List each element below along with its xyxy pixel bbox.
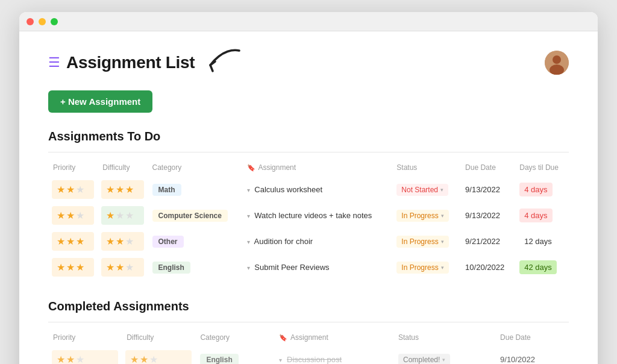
new-assignment-button[interactable]: + New Assignment bbox=[48, 90, 152, 113]
status-cell[interactable]: In Progress ▾ bbox=[392, 254, 460, 280]
star: ★ bbox=[116, 262, 124, 273]
assignment-cell[interactable]: ▾ Watch lecture videos + take notes bbox=[242, 202, 392, 228]
todo-table-header: Priority Difficulty Category 🔖 Assignmen… bbox=[48, 161, 569, 177]
status-badge[interactable]: Completed! ▾ bbox=[398, 354, 450, 365]
completed-table: Priority Difficulty Category 🔖 Assignmen… bbox=[48, 331, 569, 364]
col-priority: Priority bbox=[48, 161, 98, 177]
star: ★ bbox=[106, 262, 114, 273]
status-chevron: ▾ bbox=[442, 357, 445, 363]
status-cell[interactable]: In Progress ▾ bbox=[392, 202, 460, 228]
chevron-icon: ▾ bbox=[247, 187, 250, 193]
todo-section-title: Assignments To Do bbox=[48, 130, 569, 143]
table-row: ★★★ ★★★ Math ▾ Calculus worksheet Not St… bbox=[48, 177, 569, 202]
category-cell: English bbox=[195, 347, 274, 364]
days-value: 4 days bbox=[519, 183, 552, 196]
minimize-dot[interactable] bbox=[39, 18, 46, 25]
col-priority: Priority bbox=[48, 331, 122, 347]
assignment-name: Watch lecture videos + take notes bbox=[254, 211, 372, 220]
status-badge[interactable]: In Progress ▾ bbox=[396, 262, 448, 274]
todo-table: Priority Difficulty Category 🔖 Assignmen… bbox=[48, 161, 569, 280]
star: ★ bbox=[130, 354, 139, 364]
star: ★ bbox=[66, 210, 75, 221]
star: ★ bbox=[76, 210, 84, 221]
category-cell: Other bbox=[148, 228, 242, 254]
days-til-due-cell: 4 days bbox=[515, 177, 569, 202]
status-badge[interactable]: In Progress ▾ bbox=[396, 210, 448, 222]
due-date-cell: 9/13/2022 bbox=[460, 202, 515, 228]
assignment-cell[interactable]: ▾ Calculus worksheet bbox=[242, 177, 392, 202]
difficulty-stars: ★★★ bbox=[106, 210, 139, 221]
completed-section-title: Completed Assignments bbox=[48, 300, 569, 313]
list-icon: ☰ bbox=[48, 55, 60, 71]
assignment-name: Audition for choir bbox=[254, 237, 313, 246]
difficulty-stars: ★★★ bbox=[106, 184, 139, 195]
priority-cell: ★★★ bbox=[48, 177, 98, 202]
arrow-decoration bbox=[204, 48, 243, 77]
category-badge: English bbox=[200, 354, 238, 365]
star: ★ bbox=[106, 184, 114, 195]
assignment-cell[interactable]: ▾ Audition for choir bbox=[242, 228, 392, 254]
difficulty-cell: ★★★ bbox=[98, 177, 147, 202]
assignment-cell[interactable]: ▾ Submit Peer Reviews bbox=[242, 254, 392, 280]
category-cell: Math bbox=[148, 177, 242, 202]
chevron-icon: ▾ bbox=[247, 239, 250, 245]
star: ★ bbox=[149, 354, 158, 364]
todo-divider bbox=[48, 152, 569, 152]
status-chevron: ▾ bbox=[441, 213, 444, 219]
header-row: ☰ Assignment List bbox=[48, 48, 569, 77]
col-status: Status bbox=[393, 331, 495, 347]
expand-dot[interactable] bbox=[51, 18, 58, 25]
category-cell: English bbox=[148, 254, 242, 280]
star: ★ bbox=[125, 210, 134, 221]
avatar[interactable] bbox=[545, 51, 569, 75]
category-badge: Computer Science bbox=[152, 210, 228, 222]
col-assignment: 🔖 Assignment bbox=[274, 331, 393, 347]
app-window: ☰ Assignment List + New Assignment bbox=[19, 12, 598, 364]
bookmark-icon: 🔖 bbox=[247, 164, 255, 171]
priority-stars: ★★★ bbox=[57, 236, 89, 247]
col-due-date: Due Date bbox=[460, 161, 515, 177]
completed-divider bbox=[48, 322, 569, 322]
category-badge: Math bbox=[152, 184, 181, 196]
star: ★ bbox=[125, 262, 134, 273]
star: ★ bbox=[116, 184, 124, 195]
status-chevron: ▾ bbox=[440, 187, 443, 193]
page-title: Assignment List bbox=[66, 53, 195, 72]
priority-stars: ★★★ bbox=[57, 184, 89, 195]
col-category: Category bbox=[148, 161, 242, 177]
status-cell[interactable]: Not Started ▾ bbox=[392, 177, 460, 202]
star: ★ bbox=[116, 210, 124, 221]
completed-table-body: ★★★ ★★★ English ▾ Discussion post Comple… bbox=[48, 347, 569, 364]
chevron-icon: ▾ bbox=[247, 265, 250, 271]
star: ★ bbox=[66, 262, 75, 273]
star: ★ bbox=[106, 210, 114, 221]
assignment-cell[interactable]: ▾ Discussion post bbox=[274, 347, 393, 364]
star: ★ bbox=[116, 236, 124, 247]
star: ★ bbox=[106, 236, 114, 247]
star: ★ bbox=[66, 184, 75, 195]
col-category: Category bbox=[195, 331, 274, 347]
header-left: ☰ Assignment List bbox=[48, 48, 243, 77]
priority-stars: ★★★ bbox=[57, 354, 113, 364]
days-value: 42 days bbox=[519, 260, 557, 274]
star: ★ bbox=[140, 354, 148, 364]
col-status: Status bbox=[392, 161, 460, 177]
difficulty-cell: ★★★ bbox=[98, 254, 147, 280]
close-dot[interactable] bbox=[27, 18, 34, 25]
assignment-name: Submit Peer Reviews bbox=[254, 263, 329, 272]
status-badge[interactable]: Not Started ▾ bbox=[396, 184, 448, 196]
category-badge: English bbox=[152, 262, 190, 274]
chevron-icon: ▾ bbox=[247, 213, 250, 219]
difficulty-stars: ★★★ bbox=[130, 354, 187, 364]
status-badge[interactable]: In Progress ▾ bbox=[396, 236, 448, 248]
status-chevron: ▾ bbox=[441, 239, 444, 245]
completed-table-header: Priority Difficulty Category 🔖 Assignmen… bbox=[48, 331, 569, 347]
category-cell: Computer Science bbox=[148, 202, 242, 228]
status-cell[interactable]: In Progress ▾ bbox=[392, 228, 460, 254]
star: ★ bbox=[66, 354, 75, 364]
star: ★ bbox=[125, 236, 134, 247]
priority-stars: ★★★ bbox=[57, 210, 89, 221]
status-cell[interactable]: Completed! ▾ bbox=[393, 347, 495, 364]
star: ★ bbox=[57, 236, 65, 247]
priority-cell: ★★★ bbox=[48, 347, 122, 364]
